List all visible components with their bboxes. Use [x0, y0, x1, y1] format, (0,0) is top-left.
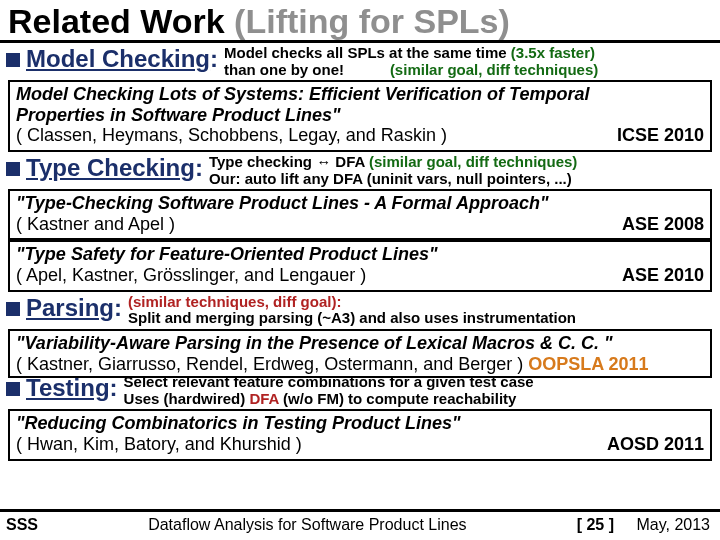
section-desc: Type checking ↔ DFA (similar goal, diff …: [209, 154, 714, 187]
citation-authors: ( Apel, Kastner, Grösslinger, and Lengau…: [16, 265, 366, 286]
section-desc: Model checks all SPLs at the same time (…: [224, 45, 714, 78]
authors-text: ( Kastner, Giarrusso, Rendel, Erdweg, Os…: [16, 354, 528, 374]
section-head: Model Checking: [26, 45, 210, 72]
title-rule: [0, 40, 720, 43]
citation-venue: ICSE 2010: [617, 125, 704, 146]
citation-venue: ASE 2010: [622, 265, 704, 286]
citation-box-type-checking-2: "Type Safety for Feature-Oriented Produc…: [8, 240, 712, 291]
desc-line: Uses (hardwired): [124, 390, 250, 407]
citation-authors: ( Hwan, Kim, Batory, and Khurshid ): [16, 434, 302, 455]
bullet-icon: [6, 382, 20, 396]
citation-box-type-checking-1: "Type-Checking Software Product Lines - …: [8, 189, 712, 240]
citation-authors-row: ( Kastner and Apel ) ASE 2008: [16, 214, 704, 235]
footer-right: [ 25 ] May, 2013: [577, 516, 710, 534]
citation-authors-row: ( Kastner, Giarrusso, Rendel, Erdweg, Os…: [16, 354, 704, 375]
title-main: Related Work: [8, 2, 234, 40]
desc-negative: (similar techniques, diff goal):: [128, 293, 341, 310]
citation-box-model-checking: Model Checking Lots of Systems: Efficien…: [8, 80, 712, 152]
citation-quote: "Type Safety for Feature-Oriented Produc…: [16, 244, 704, 265]
colon: :: [110, 374, 118, 401]
desc-line: Model checks all SPLs at the same time: [224, 44, 511, 61]
citation-venue: OOPSLA 2011: [528, 354, 648, 374]
quote-line: Properties in Software Product Lines": [16, 105, 341, 125]
footer-date: May, 2013: [636, 516, 710, 533]
citation-authors: ( Classen, Heymans, Schobbens, Legay, an…: [16, 125, 447, 146]
citation-authors-row: ( Classen, Heymans, Schobbens, Legay, an…: [16, 125, 704, 146]
footer: SSS Dataflow Analysis for Software Produ…: [0, 509, 720, 540]
section-desc: (similar techniques, diff goal): Split a…: [128, 294, 714, 327]
citation-authors-row: ( Apel, Kastner, Grösslinger, and Lengau…: [16, 265, 704, 286]
desc-line: Our: auto lift any DFA (uninit vars, nul…: [209, 170, 572, 187]
citation-box-testing: "Reducing Combinatorics in Testing Produ…: [8, 409, 712, 460]
section-type-checking: Type Checking: Type checking ↔ DFA (simi…: [6, 154, 714, 187]
bullet-icon: [6, 302, 20, 316]
citation-venue: AOSD 2011: [607, 434, 704, 455]
bullet-icon: [6, 53, 20, 67]
citation-quote: "Reducing Combinatorics in Testing Produ…: [16, 413, 704, 434]
title-subtitle: (Lifting for SPLs): [234, 2, 510, 40]
slide: Related Work (Lifting for SPLs) Model Ch…: [0, 0, 720, 540]
citation-authors: ( Kastner and Apel ): [16, 214, 175, 235]
desc-line: Split and merging parsing (~A3) and also…: [128, 309, 576, 326]
footer-title: Dataflow Analysis for Software Product L…: [38, 516, 577, 534]
desc-negative: DFA: [249, 390, 278, 407]
citation-quote: "Variability-Aware Parsing in the Presen…: [16, 333, 704, 354]
colon: :: [195, 154, 203, 181]
page-number: [ 25 ]: [577, 516, 614, 533]
section-head: Parsing: [26, 294, 114, 321]
section-model-checking: Model Checking: Model checks all SPLs at…: [6, 45, 714, 78]
section-head: Type Checking: [26, 154, 195, 181]
citation-venue: ASE 2008: [622, 214, 704, 235]
desc-line: (w/o FM) to compute reachability: [279, 390, 517, 407]
desc-line: Select relevant feature combinations for…: [124, 373, 534, 390]
section-parsing: Parsing: (similar techniques, diff goal)…: [6, 294, 714, 327]
content-area: Model Checking: Model checks all SPLs at…: [0, 45, 720, 461]
section-head: Testing: [26, 374, 110, 401]
citation-quote: Model Checking Lots of Systems: Efficien…: [16, 84, 704, 125]
footer-left: SSS: [6, 516, 38, 534]
quote-line: Model Checking Lots of Systems: Efficien…: [16, 84, 589, 104]
desc-positive: (similar goal, diff techniques): [369, 153, 577, 170]
slide-title: Related Work (Lifting for SPLs): [0, 0, 720, 40]
citation-quote: "Type-Checking Software Product Lines - …: [16, 193, 704, 214]
desc-line: than one by one!: [224, 61, 390, 78]
bullet-icon: [6, 162, 20, 176]
citation-box-parsing: "Variability-Aware Parsing in the Presen…: [8, 329, 712, 378]
colon: :: [210, 45, 218, 72]
desc-line: Type checking ↔ DFA: [209, 153, 369, 170]
citation-authors: ( Kastner, Giarrusso, Rendel, Erdweg, Os…: [16, 354, 649, 375]
section-desc: Select relevant feature combinations for…: [124, 374, 714, 407]
desc-positive: (similar goal, diff techniques): [390, 61, 598, 78]
desc-positive: (3.5x faster): [511, 44, 595, 61]
citation-authors-row: ( Hwan, Kim, Batory, and Khurshid ) AOSD…: [16, 434, 704, 455]
section-testing: Testing: Select relevant feature combina…: [6, 374, 714, 407]
colon: :: [114, 294, 122, 321]
